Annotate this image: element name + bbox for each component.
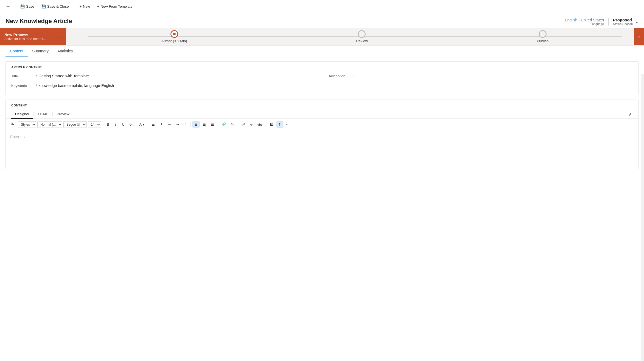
language-sublabel: Language bbox=[565, 22, 604, 26]
article-content-card: ARTICLE CONTENT Title * Getting Started … bbox=[5, 61, 639, 95]
title-value[interactable]: Getting Started with Template bbox=[38, 74, 317, 79]
status-label: Proposed bbox=[613, 18, 633, 22]
status-sublabel: Status Reason bbox=[613, 22, 633, 26]
title-required: * bbox=[36, 74, 37, 78]
image-button[interactable]: 🖼 bbox=[268, 121, 275, 128]
process-nav-left-button[interactable]: ‹ bbox=[54, 34, 63, 40]
editor-tabs: Designer | HTML | Preview ⇗ bbox=[6, 110, 638, 119]
editor-tab-preview[interactable]: Preview bbox=[53, 110, 73, 119]
tabs-bar: Content Summary Analytics bbox=[0, 46, 644, 57]
step-label-author: Author (< 1 Min) bbox=[161, 39, 187, 43]
indent-button[interactable]: ⇥ bbox=[174, 121, 181, 128]
process-label-section: New Process Active for less than one mi.… bbox=[0, 28, 66, 45]
font-color-button[interactable]: A ▾ bbox=[137, 121, 146, 128]
toolbar-separator-2 bbox=[74, 3, 74, 10]
tab-content[interactable]: Content bbox=[5, 46, 28, 57]
editor-area[interactable]: Enter text... bbox=[6, 130, 638, 169]
save-button[interactable]: 💾 Save bbox=[17, 3, 37, 10]
save-close-button[interactable]: 💾 Save & Close bbox=[38, 3, 72, 10]
paragraph-select[interactable]: Normal (... bbox=[37, 121, 62, 128]
highlight-button[interactable]: ⎊ ▾ bbox=[128, 122, 136, 128]
keywords-required: * bbox=[36, 83, 37, 88]
process-name: New Process bbox=[4, 33, 46, 37]
more-button[interactable]: ⋯ bbox=[284, 121, 292, 128]
article-content-form: Title * Getting Started with Template Ke… bbox=[6, 72, 638, 95]
save-icon: 💾 bbox=[20, 4, 25, 9]
styles-select[interactable]: Styles bbox=[18, 121, 36, 128]
language-section[interactable]: English - United States Language bbox=[565, 18, 608, 26]
superscript-button[interactable]: x2 bbox=[240, 121, 247, 128]
align-right-button[interactable]: ☰ bbox=[201, 121, 208, 128]
content-editor-card: CONTENT Designer | HTML | Preview ⇗ Styl… bbox=[5, 100, 639, 169]
tab-summary[interactable]: Summary bbox=[28, 46, 53, 57]
step-label-publish: Publish bbox=[537, 39, 549, 43]
new-button[interactable]: + New bbox=[76, 3, 93, 10]
keywords-row: Keywords * knowledge base template, lang… bbox=[11, 81, 317, 91]
process-nav-right-button[interactable]: › bbox=[634, 28, 644, 45]
back-button[interactable]: ← bbox=[3, 2, 13, 10]
content-section-header: CONTENT bbox=[6, 100, 638, 110]
description-row: Description --- bbox=[327, 72, 633, 81]
toolbar-divider-2 bbox=[148, 122, 148, 127]
title-row: Title * Getting Started with Template bbox=[11, 72, 317, 81]
process-bar: New Process Active for less than one mi.… bbox=[0, 28, 644, 46]
editor-placeholder: Enter text... bbox=[10, 135, 30, 139]
editor-tab-designer[interactable]: Designer bbox=[11, 110, 33, 119]
toolbar-divider-1 bbox=[103, 122, 103, 127]
step-circle-review bbox=[358, 30, 366, 38]
step-label-review: Review bbox=[356, 39, 368, 43]
subscript-button[interactable]: x2 bbox=[248, 121, 255, 128]
font-select[interactable]: Segoe UI bbox=[63, 121, 87, 128]
form-right-col: Description --- bbox=[327, 72, 633, 91]
underline-button[interactable]: U bbox=[120, 121, 127, 128]
language-label[interactable]: English - United States bbox=[565, 18, 604, 22]
keywords-value[interactable]: knowledge base template, language-Englis… bbox=[38, 83, 317, 88]
process-step-author: Author (< 1 Min) bbox=[161, 30, 187, 43]
blockquote-button[interactable]: “ bbox=[182, 121, 189, 128]
align-center-button[interactable]: ☰ bbox=[192, 121, 200, 128]
bold-button[interactable]: B bbox=[105, 121, 111, 128]
process-steps: Author (< 1 Min) Review Publish bbox=[66, 28, 644, 45]
special-char-button[interactable]: ¶ bbox=[276, 121, 283, 128]
toolbar-separator-1 bbox=[15, 3, 15, 10]
process-subtitle: Active for less than one mi... bbox=[4, 37, 46, 41]
description-label: Description bbox=[327, 74, 352, 78]
new-from-template-button[interactable]: + New From Template bbox=[94, 3, 136, 10]
strikethrough-button[interactable]: abc bbox=[256, 122, 264, 127]
toolbar: ← 💾 Save 💾 Save & Close + New + New From… bbox=[0, 0, 644, 13]
tab-analytics[interactable]: Analytics bbox=[53, 46, 77, 57]
description-value[interactable]: --- bbox=[352, 74, 633, 79]
new-icon: + bbox=[79, 4, 82, 9]
editor-tab-html[interactable]: HTML bbox=[34, 110, 52, 119]
list-bullet-button[interactable]: ⋮ bbox=[158, 121, 165, 128]
keywords-label: Keywords bbox=[11, 84, 36, 88]
toolbar-divider-4 bbox=[218, 122, 218, 127]
process-step-review: Review bbox=[356, 30, 368, 43]
clean-format-button[interactable] bbox=[9, 121, 17, 128]
toolbar-divider-3 bbox=[191, 122, 191, 127]
outdent-button[interactable]: ⇤ bbox=[166, 121, 173, 128]
toolbar-divider-6 bbox=[266, 122, 266, 127]
new-template-icon: + bbox=[97, 4, 99, 9]
unlink-button[interactable]: ⛏ bbox=[229, 121, 236, 128]
link-button[interactable]: 🔗 bbox=[220, 121, 228, 128]
step-circle-author bbox=[170, 30, 178, 38]
status-section[interactable]: Proposed Status Reason ⌄ bbox=[609, 18, 639, 26]
align-left-button[interactable]: ≣ bbox=[150, 121, 157, 128]
expand-icon[interactable]: ⇗ bbox=[627, 111, 633, 118]
scrollbar[interactable] bbox=[641, 74, 644, 347]
title-label-text: Title bbox=[11, 74, 18, 78]
italic-button[interactable]: I bbox=[112, 121, 119, 128]
page-header: New Knowledge Article English - United S… bbox=[0, 13, 644, 28]
editor-toolbar: Styles Normal (... Segoe UI 14 B I U ⎊ ▾… bbox=[6, 119, 638, 130]
size-select[interactable]: 14 bbox=[88, 121, 101, 128]
justify-button[interactable]: ☰ bbox=[209, 121, 216, 128]
status-dropdown-chevron[interactable]: ⌄ bbox=[635, 19, 639, 24]
process-step-publish: Publish bbox=[537, 30, 549, 43]
header-right: English - United States Language Propose… bbox=[565, 18, 639, 26]
article-content-header: ARTICLE CONTENT bbox=[6, 62, 638, 72]
form-left-col: Title * Getting Started with Template Ke… bbox=[11, 72, 317, 91]
title-label: Title bbox=[11, 74, 36, 78]
main-content: ARTICLE CONTENT Title * Getting Started … bbox=[0, 57, 644, 347]
save-close-icon: 💾 bbox=[41, 4, 46, 9]
